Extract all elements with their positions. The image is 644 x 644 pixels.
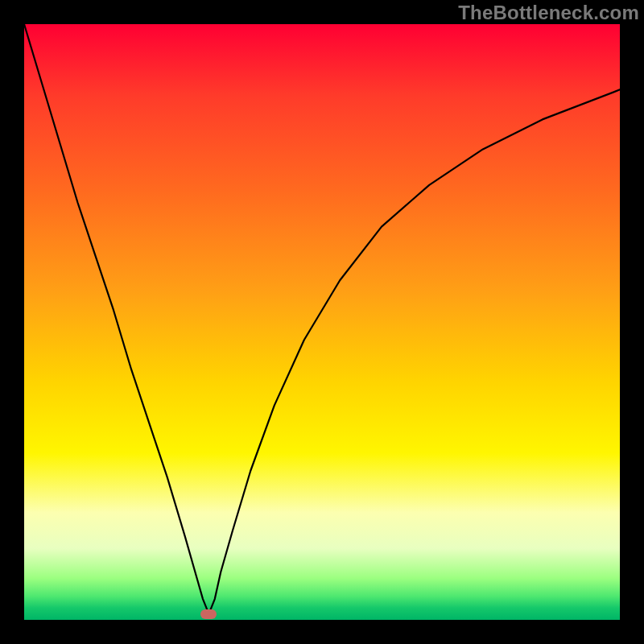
bottleneck-curve: [24, 24, 620, 620]
plot-area: [24, 24, 620, 620]
watermark-text: TheBottleneck.com: [458, 2, 639, 24]
chart-frame: TheBottleneck.com: [0, 0, 644, 644]
optimal-point-marker: [200, 609, 217, 619]
